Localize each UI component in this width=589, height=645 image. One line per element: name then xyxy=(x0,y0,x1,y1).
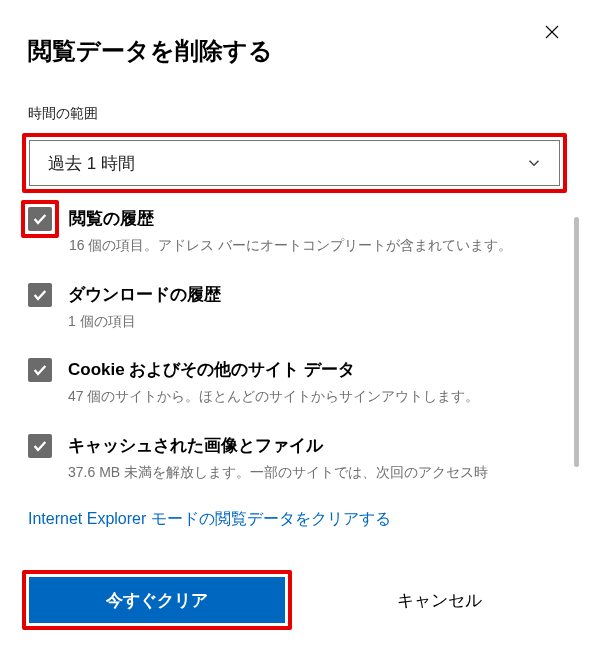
checkbox-browsing-history[interactable] xyxy=(28,207,52,231)
data-type-list: 閲覧の履歴 16 個の項目。アドレス バーにオートコンプリートが含まれています。… xyxy=(28,207,579,482)
checkbox-cached-images[interactable] xyxy=(28,434,52,458)
time-range-value: 過去 1 時間 xyxy=(48,152,135,175)
item-desc: 1 個の項目 xyxy=(68,312,221,332)
button-row: 今すぐクリア キャンセル xyxy=(22,570,567,630)
dialog-title: 閲覧データを削除する xyxy=(28,35,589,67)
list-item: ダウンロードの履歴 1 個の項目 xyxy=(28,283,579,332)
time-range-select[interactable]: 過去 1 時間 xyxy=(29,140,560,186)
chevron-down-icon xyxy=(525,154,543,172)
close-button[interactable] xyxy=(540,20,564,44)
checkbox-download-history[interactable] xyxy=(28,283,52,307)
check-icon xyxy=(32,438,48,454)
list-item: キャッシュされた画像とファイル 37.6 MB 未満を解放します。一部のサイトで… xyxy=(28,434,579,483)
checkbox-highlight xyxy=(21,200,59,238)
check-icon xyxy=(32,211,48,227)
item-title: Cookie およびその他のサイト データ xyxy=(68,358,479,381)
item-desc: 37.6 MB 未満を解放します。一部のサイトでは、次回のアクセス時 xyxy=(68,463,488,483)
ie-mode-link[interactable]: Internet Explorer モードの閲覧データをクリアする xyxy=(28,509,589,530)
close-icon xyxy=(543,23,561,41)
list-item: Cookie およびその他のサイト データ 47 個のサイトから。ほとんどのサイ… xyxy=(28,358,579,407)
item-title: ダウンロードの履歴 xyxy=(68,283,221,306)
clear-button-highlight: 今すぐクリア xyxy=(22,570,292,630)
cancel-button[interactable]: キャンセル xyxy=(312,577,568,623)
scrollbar[interactable] xyxy=(574,217,579,467)
time-range-highlight: 過去 1 時間 xyxy=(22,133,567,193)
clear-now-button[interactable]: 今すぐクリア xyxy=(29,577,285,623)
check-icon xyxy=(32,287,48,303)
check-icon xyxy=(32,362,48,378)
checkbox-cookies[interactable] xyxy=(28,358,52,382)
item-title: キャッシュされた画像とファイル xyxy=(68,434,488,457)
item-desc: 16 個の項目。アドレス バーにオートコンプリートが含まれています。 xyxy=(69,236,512,256)
time-range-label: 時間の範囲 xyxy=(28,105,589,123)
item-desc: 47 個のサイトから。ほとんどのサイトからサインアウトします。 xyxy=(68,387,479,407)
item-title: 閲覧の履歴 xyxy=(69,207,512,230)
list-item: 閲覧の履歴 16 個の項目。アドレス バーにオートコンプリートが含まれています。 xyxy=(28,207,579,256)
